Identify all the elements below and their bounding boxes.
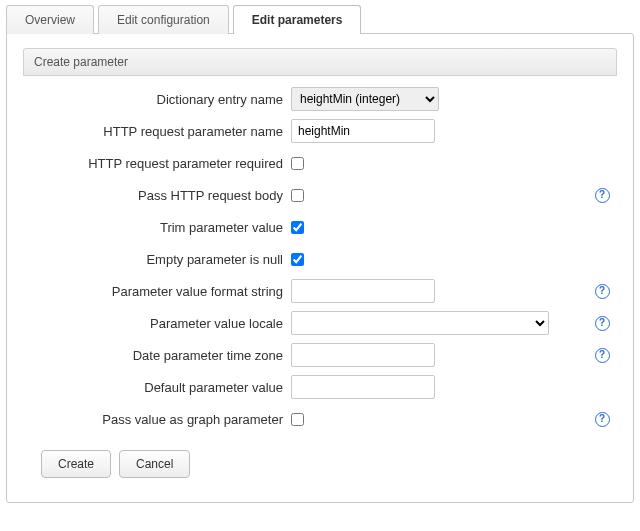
trim-label: Trim parameter value: [23, 220, 291, 235]
pass-body-checkbox[interactable]: [291, 189, 304, 202]
locale-label: Parameter value locale: [23, 316, 291, 331]
empty-null-checkbox[interactable]: [291, 253, 304, 266]
timezone-input[interactable]: [291, 343, 435, 367]
format-input[interactable]: [291, 279, 435, 303]
create-button[interactable]: Create: [41, 450, 111, 478]
dictionary-entry-select[interactable]: heightMin (integer): [291, 87, 439, 111]
empty-null-label: Empty parameter is null: [23, 252, 291, 267]
pass-body-label: Pass HTTP request body: [23, 188, 291, 203]
help-icon[interactable]: ?: [595, 412, 610, 427]
dictionary-entry-label: Dictionary entry name: [23, 92, 291, 107]
default-input[interactable]: [291, 375, 435, 399]
locale-select[interactable]: [291, 311, 549, 335]
format-label: Parameter value format string: [23, 284, 291, 299]
help-icon[interactable]: ?: [595, 188, 610, 203]
cancel-button[interactable]: Cancel: [119, 450, 190, 478]
create-parameter-form: Dictionary entry name heightMin (integer…: [23, 86, 617, 478]
pass-graph-checkbox[interactable]: [291, 413, 304, 426]
help-icon[interactable]: ?: [595, 348, 610, 363]
http-param-name-input[interactable]: [291, 119, 435, 143]
tab-edit-configuration[interactable]: Edit configuration: [98, 5, 229, 34]
trim-checkbox[interactable]: [291, 221, 304, 234]
help-icon[interactable]: ?: [595, 284, 610, 299]
timezone-label: Date parameter time zone: [23, 348, 291, 363]
http-param-required-label: HTTP request parameter required: [23, 156, 291, 171]
pass-graph-label: Pass value as graph parameter: [23, 412, 291, 427]
help-icon[interactable]: ?: [595, 316, 610, 331]
tab-overview[interactable]: Overview: [6, 5, 94, 34]
panel-title: Create parameter: [23, 48, 617, 76]
default-label: Default parameter value: [23, 380, 291, 395]
tab-body-edit-parameters: Create parameter Dictionary entry name h…: [6, 33, 634, 503]
http-param-required-checkbox[interactable]: [291, 157, 304, 170]
tab-edit-parameters[interactable]: Edit parameters: [233, 5, 362, 34]
http-param-name-label: HTTP request parameter name: [23, 124, 291, 139]
